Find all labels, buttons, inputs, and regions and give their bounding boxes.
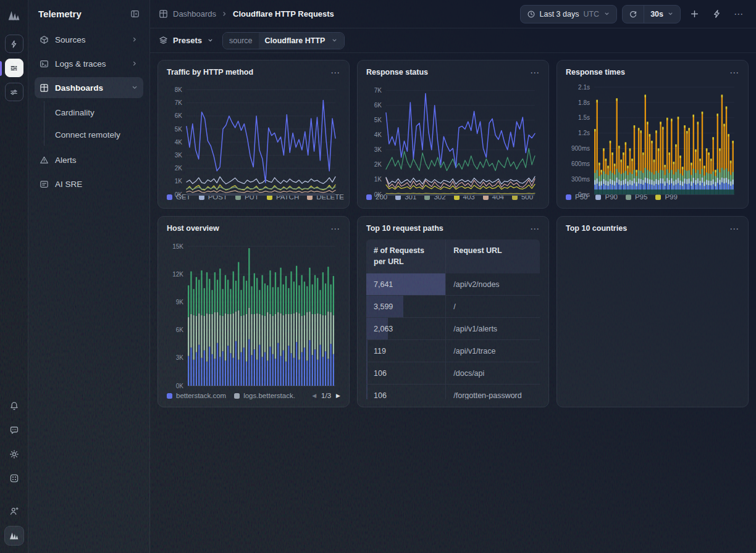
request-path-row[interactable]: 3,599/: [366, 296, 540, 318]
card-more-button[interactable]: ⋯: [330, 224, 340, 233]
request-count-value: 119: [374, 347, 386, 356]
card-more-button[interactable]: ⋯: [330, 68, 340, 77]
page-title: Cloudflare HTTP Requests: [233, 9, 334, 19]
svg-text:5K: 5K: [374, 117, 382, 123]
cube-icon: [40, 35, 49, 44]
sidebar-item-alerts[interactable]: Alerts: [35, 149, 143, 170]
request-count-cell: 106: [366, 362, 446, 384]
chevron-right-icon: [131, 60, 138, 67]
presets-dropdown[interactable]: Presets: [159, 36, 214, 45]
chevron-right-icon: [131, 36, 138, 43]
svg-text:600ms: 600ms: [571, 160, 590, 167]
breadcrumb: Dashboards Cloudflare HTTP Requests: [159, 9, 515, 19]
request-path-row[interactable]: 106/forgotten-password: [366, 385, 540, 399]
flash-actions-button[interactable]: [708, 6, 725, 23]
active-rail-indicator: [0, 61, 2, 76]
svg-text:1.5s: 1.5s: [578, 114, 590, 121]
telemetry-rail-button[interactable]: [5, 59, 23, 77]
svg-text:4K: 4K: [374, 131, 382, 138]
settings-rail-button[interactable]: [5, 83, 23, 101]
terminal-icon: [40, 59, 49, 69]
request-paths-table: # of Requests per URLRequest URL7,641/ap…: [366, 239, 540, 399]
pager-page-label: 1/3: [321, 392, 331, 399]
request-url-cell: /: [446, 296, 540, 317]
main-content: Dashboards Cloudflare HTTP Requests Last…: [150, 0, 756, 553]
svg-text:1.2s: 1.2s: [578, 130, 590, 136]
sidebar-item-label: Logs & traces: [55, 59, 125, 69]
time-range-picker[interactable]: Last 3 days UTC: [520, 5, 618, 23]
svg-text:2K: 2K: [175, 165, 183, 172]
message-square-icon: [40, 180, 49, 189]
request-count-cell: 7,641: [366, 273, 446, 295]
sidebar-item-sources[interactable]: Sources: [35, 29, 143, 50]
request-url-cell: /api/v2/nodes: [446, 273, 540, 295]
table-header: # of Requests per URLRequest URL: [366, 239, 540, 273]
source-filter[interactable]: source Cloudflare HTTP: [222, 32, 345, 49]
breadcrumb-dashboards-link[interactable]: Dashboards: [173, 9, 216, 19]
notifications-bell-icon[interactable]: [5, 397, 23, 415]
pager-prev-icon[interactable]: ◀: [312, 393, 316, 399]
uptime-rail-button[interactable]: [5, 35, 23, 53]
request-path-row[interactable]: 2,063/api/v1/alerts: [366, 318, 540, 340]
card-more-button[interactable]: ⋯: [729, 224, 739, 233]
request-path-row[interactable]: 106/docs/api: [366, 362, 540, 385]
workspace-avatar[interactable]: [4, 526, 24, 546]
sidebar-item-dashboards[interactable]: Dashboards: [35, 77, 143, 98]
invite-user-icon[interactable]: [5, 502, 23, 520]
request-url-cell: /api/v1/alerts: [446, 318, 540, 339]
sidebar-item-ai-sre[interactable]: AI SRE: [35, 173, 143, 194]
card-title: Host overview: [167, 224, 219, 233]
svg-text:8K: 8K: [175, 86, 183, 93]
request-path-row[interactable]: 119/api/v1/trace: [366, 340, 540, 362]
column-header-url: Request URL: [446, 239, 540, 273]
refresh-button[interactable]: [623, 6, 644, 23]
card-title: Response times: [566, 68, 625, 77]
legend-item-logs.betterstack.[interactable]: logs.betterstack.: [234, 392, 295, 399]
svg-text:5K: 5K: [175, 126, 183, 133]
chevron-down-icon: [603, 10, 610, 17]
source-filter-value: Cloudflare HTTP: [265, 36, 326, 45]
icon-rail: [0, 0, 28, 553]
alert-triangle-icon: [40, 156, 49, 165]
chevron-down-icon: [131, 84, 138, 91]
chevron-down-icon: [667, 10, 674, 17]
svg-text:6K: 6K: [175, 112, 183, 119]
more-options-button[interactable]: ⋯: [730, 6, 747, 23]
request-url-cell: /forgotten-password: [446, 385, 540, 399]
request-count-cell: 3,599: [366, 296, 446, 317]
legend-swatch: [167, 393, 172, 399]
svg-text:12K: 12K: [172, 271, 183, 278]
theme-sun-icon[interactable]: [5, 445, 23, 464]
request-count-value: 106: [374, 369, 387, 378]
request-count-cell: 119: [366, 340, 446, 362]
card-more-button[interactable]: ⋯: [530, 68, 540, 77]
sidebar-item-cardinality[interactable]: Cardinality: [44, 101, 143, 123]
request-path-row[interactable]: 7,641/api/v2/nodes: [366, 273, 540, 296]
presets-label: Presets: [173, 36, 202, 45]
sidebar-item-label: Dashboards: [55, 83, 125, 93]
top-countries-empty-area: [566, 236, 739, 399]
add-widget-button[interactable]: [686, 6, 703, 23]
count-bar: [366, 385, 368, 399]
pager-next-icon[interactable]: ▶: [336, 393, 340, 399]
apps-grid-icon[interactable]: [5, 469, 23, 488]
collapse-sidebar-icon[interactable]: [130, 9, 140, 19]
card-title: Traffic by HTTP method: [167, 68, 253, 77]
count-bar: [366, 362, 368, 384]
legend-pager: ◀ 1/3 ▶: [312, 392, 340, 399]
sidebar-item-connect-remotely[interactable]: Connect remotely: [44, 123, 143, 146]
svg-text:0K: 0K: [176, 383, 184, 389]
legend-item-betterstack.com[interactable]: betterstack.com: [167, 392, 226, 399]
refresh-interval-select[interactable]: 30s: [644, 6, 680, 23]
card-more-button[interactable]: ⋯: [729, 68, 739, 77]
legend-swatch: [234, 393, 240, 399]
refresh-control: 30s: [622, 5, 681, 23]
sidebar-item-logs-traces[interactable]: Logs & traces: [35, 53, 143, 74]
dashboards-subnav: Cardinality Connect remotely: [44, 101, 143, 146]
support-chat-icon[interactable]: [5, 421, 23, 439]
host-overview-chart: 15K12K9K6K3K0K: [167, 236, 340, 389]
response-times-chart: 2.1s1.8s1.5s1.2s900ms600ms300ms0ms: [566, 80, 739, 191]
card-more-button[interactable]: ⋯: [530, 224, 540, 233]
svg-text:7K: 7K: [374, 87, 382, 94]
svg-text:2.1s: 2.1s: [578, 84, 590, 91]
